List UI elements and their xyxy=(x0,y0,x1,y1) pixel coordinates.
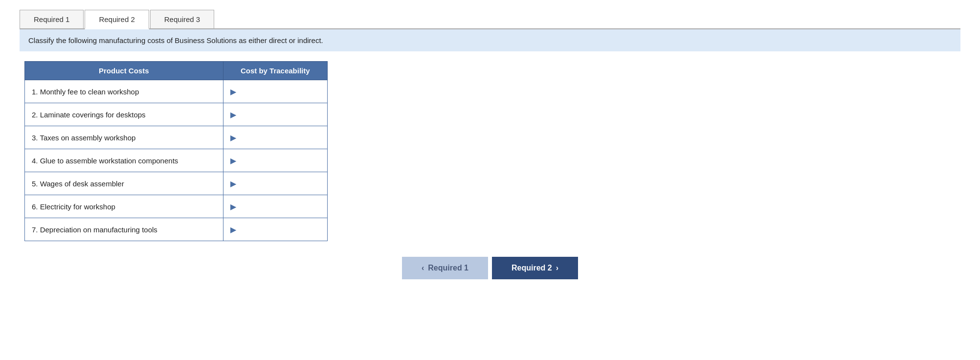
prev-chevron-icon: ‹ xyxy=(422,264,424,272)
traceability-cell[interactable]: ▶ xyxy=(223,195,327,218)
product-costs-table: Product Costs Cost by Traceability 1. Mo… xyxy=(24,61,328,241)
col-header-traceability: Cost by Traceability xyxy=(223,62,327,80)
next-button-label: Required 2 xyxy=(512,264,552,272)
prev-button[interactable]: ‹ Required 1 xyxy=(402,257,488,279)
product-cost-cell: 7. Depreciation on manufacturing tools xyxy=(25,218,223,241)
table-row: 6. Electricity for workshop▶ xyxy=(25,195,328,218)
traceability-cell[interactable]: ▶ xyxy=(223,103,327,126)
traceability-cell[interactable]: ▶ xyxy=(223,149,327,172)
nav-buttons: ‹ Required 1 Required 2 › xyxy=(20,257,960,279)
table-row: 2. Laminate coverings for desktops▶ xyxy=(25,103,328,126)
table-row: 4. Glue to assemble workstation componen… xyxy=(25,149,328,172)
tab-required3[interactable]: Required 3 xyxy=(150,10,214,28)
table-wrapper: Product Costs Cost by Traceability 1. Mo… xyxy=(24,61,960,241)
tabs-container: Required 1 Required 2 Required 3 xyxy=(20,10,960,29)
tab-required1[interactable]: Required 1 xyxy=(20,10,84,28)
col-header-product-costs: Product Costs xyxy=(25,62,223,80)
table-row: 1. Monthly fee to clean workshop▶ xyxy=(25,80,328,103)
prev-button-label: Required 1 xyxy=(428,264,468,272)
dropdown-arrow-icon: ▶ xyxy=(230,179,236,188)
traceability-cell[interactable]: ▶ xyxy=(223,126,327,149)
product-cost-cell: 2. Laminate coverings for desktops xyxy=(25,103,223,126)
product-cost-cell: 3. Taxes on assembly workshop xyxy=(25,126,223,149)
dropdown-arrow-icon: ▶ xyxy=(230,133,236,142)
table-row: 3. Taxes on assembly workshop▶ xyxy=(25,126,328,149)
traceability-cell[interactable]: ▶ xyxy=(223,80,327,103)
instruction-bar: Classify the following manufacturing cos… xyxy=(20,29,960,51)
product-cost-cell: 6. Electricity for workshop xyxy=(25,195,223,218)
next-chevron-icon: › xyxy=(556,264,558,272)
table-row: 7. Depreciation on manufacturing tools▶ xyxy=(25,218,328,241)
traceability-cell[interactable]: ▶ xyxy=(223,218,327,241)
product-cost-cell: 4. Glue to assemble workstation componen… xyxy=(25,149,223,172)
tab-required2[interactable]: Required 2 xyxy=(85,10,149,29)
next-button[interactable]: Required 2 › xyxy=(492,257,578,279)
dropdown-arrow-icon: ▶ xyxy=(230,87,236,96)
product-cost-cell: 5. Wages of desk assembler xyxy=(25,172,223,195)
traceability-cell[interactable]: ▶ xyxy=(223,172,327,195)
product-cost-cell: 1. Monthly fee to clean workshop xyxy=(25,80,223,103)
dropdown-arrow-icon: ▶ xyxy=(230,110,236,119)
dropdown-arrow-icon: ▶ xyxy=(230,202,236,211)
table-row: 5. Wages of desk assembler▶ xyxy=(25,172,328,195)
instruction-text: Classify the following manufacturing cos… xyxy=(28,36,323,45)
dropdown-arrow-icon: ▶ xyxy=(230,225,236,234)
dropdown-arrow-icon: ▶ xyxy=(230,156,236,165)
